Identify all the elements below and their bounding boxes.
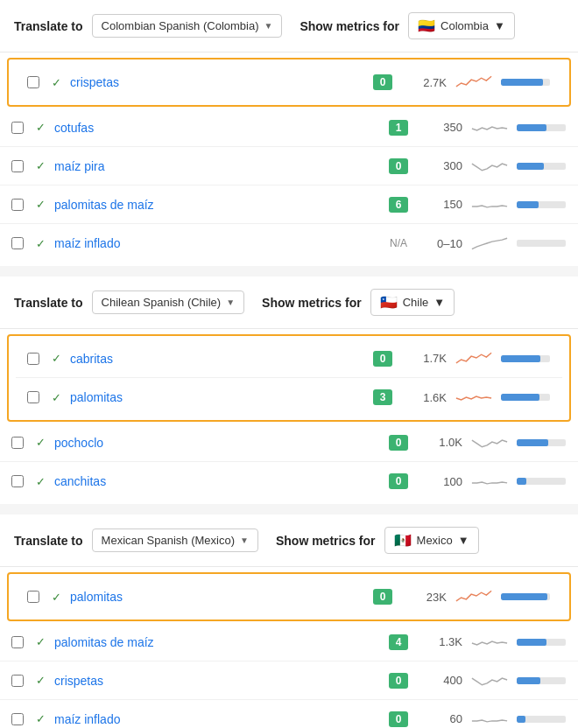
- translate-value: Chilean Spanish (Chile): [102, 296, 222, 309]
- row-checkbox[interactable]: [11, 475, 24, 487]
- row-checkbox-col: [25, 353, 42, 365]
- chevron-down-icon: ▼: [434, 296, 445, 309]
- term-label[interactable]: crispetas: [54, 674, 380, 688]
- sparkline-chart: [468, 195, 511, 214]
- metrics-dropdown[interactable]: 🇲🇽 Mexico ▼: [384, 527, 479, 554]
- section-header: Translate to Colombian Spanish (Colombia…: [0, 0, 578, 52]
- row-checkbox[interactable]: [27, 591, 39, 603]
- term-label[interactable]: maíz inflado: [54, 712, 380, 726]
- row-checkbox[interactable]: [11, 437, 24, 449]
- badge: 3: [373, 389, 392, 405]
- check-icon: ✓: [32, 436, 49, 449]
- check-icon: ✓: [32, 198, 49, 211]
- badge-col: 0: [370, 589, 396, 605]
- chevron-down-icon: ▼: [264, 21, 273, 31]
- check-icon: ✓: [32, 475, 49, 488]
- row-checkbox-col: [9, 199, 26, 211]
- translate-value: Mexican Spanish (Mexico): [102, 534, 235, 547]
- bar-col: [501, 593, 553, 600]
- translate-to-label: Translate to: [14, 296, 83, 310]
- term-label[interactable]: cabritas: [70, 352, 364, 366]
- row-checkbox[interactable]: [11, 199, 24, 211]
- row-checkbox[interactable]: [27, 391, 39, 403]
- badge-col: 0: [370, 74, 396, 90]
- section-rows: ✓ crispetas 0 2.7K ✓ cotufas 1 350 ✓ maí…: [0, 52, 578, 266]
- term-label[interactable]: palomitas: [70, 390, 364, 404]
- row-checkbox-col: [9, 636, 26, 648]
- flag-icon: 🇨🇱: [380, 294, 398, 311]
- badge-na: N/A: [386, 235, 411, 251]
- badge-col: 4: [385, 634, 412, 650]
- section-rows: ✓ cabritas 0 1.7K ✓ palomitas 3 1.6K ✓ p…: [0, 329, 578, 504]
- volume-label: 1.3K: [417, 635, 462, 648]
- section-header: Translate to Mexican Spanish (Mexico) ▼ …: [0, 514, 578, 567]
- term-label[interactable]: crispetas: [70, 75, 364, 89]
- row-checkbox[interactable]: [11, 122, 24, 134]
- flag-icon: 🇨🇴: [418, 18, 435, 34]
- term-label[interactable]: cotufas: [54, 121, 380, 135]
- check-icon: ✓: [47, 76, 65, 89]
- volume-label: 2.7K: [401, 76, 447, 89]
- metrics-dropdown[interactable]: 🇨🇴 Colombia ▼: [408, 12, 515, 39]
- sparkline-chart: [468, 633, 511, 652]
- term-label[interactable]: palomitas de maíz: [54, 635, 380, 649]
- bar-col: [501, 394, 553, 401]
- check-icon: ✓: [32, 159, 49, 172]
- row-checkbox-col: [9, 713, 26, 725]
- bar-col: [517, 639, 569, 646]
- badge-col: 0: [385, 158, 412, 174]
- badge: 0: [373, 74, 392, 90]
- row-checkbox[interactable]: [11, 160, 24, 172]
- table-row: ✓ palomitas de maíz 4 1.3K: [0, 623, 578, 662]
- check-icon: ✓: [47, 352, 65, 365]
- table-row: ✓ crispetas 0 2.7K: [16, 63, 562, 102]
- sparkline-chart: [468, 710, 511, 729]
- row-checkbox-col: [9, 437, 26, 449]
- translate-dropdown[interactable]: Colombian Spanish (Colombia) ▼: [92, 14, 283, 38]
- row-checkbox[interactable]: [11, 237, 24, 249]
- sparkline-chart: [452, 349, 496, 368]
- chevron-down-icon: ▼: [226, 298, 235, 307]
- term-label[interactable]: maíz inflado: [54, 236, 380, 250]
- table-row: ✓ palomitas 0 23K: [16, 578, 562, 616]
- chevron-down-icon: ▼: [494, 19, 505, 32]
- bar-col: [501, 355, 553, 362]
- translate-to-label: Translate to: [14, 19, 83, 33]
- table-row: ✓ pochoclo 0 1.0K: [0, 424, 578, 462]
- row-checkbox[interactable]: [11, 636, 24, 648]
- row-checkbox[interactable]: [27, 76, 39, 88]
- chevron-down-icon: ▼: [240, 536, 249, 545]
- show-metrics-label: Show metrics for: [276, 534, 376, 548]
- volume-label: 1.6K: [401, 391, 447, 404]
- row-checkbox[interactable]: [11, 675, 24, 687]
- metrics-dropdown[interactable]: 🇨🇱 Chile ▼: [370, 289, 455, 316]
- row-checkbox[interactable]: [11, 713, 24, 725]
- term-label[interactable]: palomitas de maíz: [54, 198, 380, 212]
- bar-col: [501, 79, 553, 86]
- term-label[interactable]: pochoclo: [54, 436, 380, 450]
- volume-label: 100: [417, 475, 462, 488]
- table-row: ✓ palomitas de maíz 6 150: [0, 186, 578, 224]
- metrics-value: Colombia: [441, 19, 489, 32]
- badge: 6: [389, 197, 408, 213]
- sparkline-chart: [452, 73, 496, 92]
- term-label[interactable]: palomitas: [70, 590, 364, 604]
- sparkline-chart: [468, 671, 511, 690]
- check-icon: ✓: [32, 237, 49, 250]
- bar-col: [517, 716, 569, 723]
- translate-dropdown[interactable]: Mexican Spanish (Mexico) ▼: [92, 528, 258, 552]
- table-row: ✓ maíz pira 0 300: [0, 147, 578, 186]
- check-icon: ✓: [32, 712, 49, 725]
- badge: 4: [389, 634, 408, 650]
- row-checkbox-col: [9, 160, 26, 172]
- table-row: ✓ maíz inflado 0 60: [0, 700, 578, 728]
- term-label[interactable]: maíz pira: [54, 159, 380, 173]
- row-checkbox[interactable]: [27, 353, 39, 365]
- section-chile: Translate to Chilean Spanish (Chile) ▼ S…: [0, 276, 578, 504]
- translate-dropdown[interactable]: Chilean Spanish (Chile) ▼: [92, 290, 244, 314]
- term-label[interactable]: canchitas: [54, 474, 380, 488]
- translate-value: Colombian Spanish (Colombia): [102, 19, 259, 32]
- translate-to-label: Translate to: [14, 534, 83, 548]
- flag-icon: 🇲🇽: [394, 532, 412, 549]
- metrics-value: Mexico: [417, 534, 453, 547]
